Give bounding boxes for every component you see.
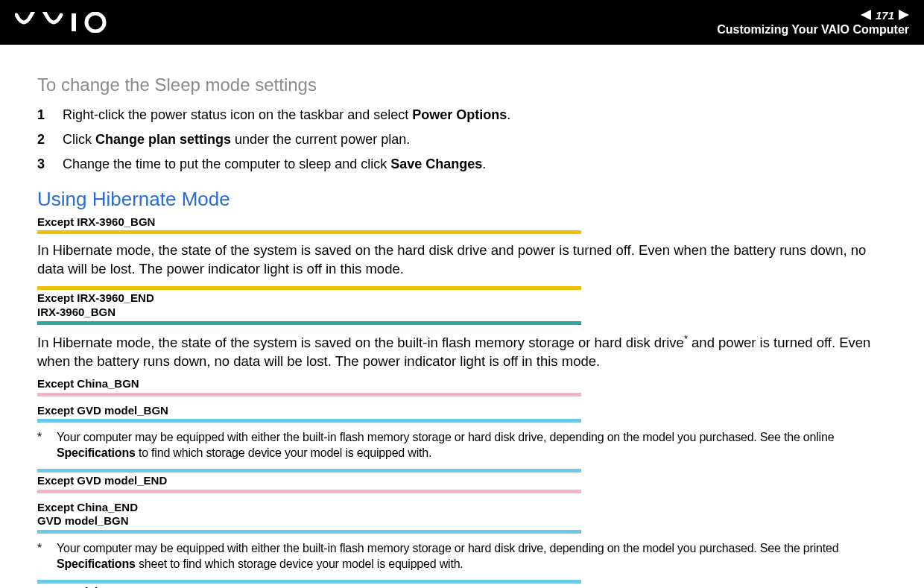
text: to find which storage device your model … bbox=[136, 446, 432, 459]
step-number: 1 bbox=[37, 106, 49, 124]
text: . bbox=[482, 157, 486, 171]
asterisk: * bbox=[37, 541, 46, 572]
step-1: 1 Right-click the power status icon on t… bbox=[37, 106, 894, 124]
footnote-text: Your computer may be equipped with eithe… bbox=[57, 541, 894, 572]
step-2: 2 Click Change plan settings under the c… bbox=[37, 130, 894, 149]
vaio-logo bbox=[15, 12, 112, 33]
page-nav: 171 bbox=[717, 9, 909, 22]
text: IRX-3960_BGN bbox=[37, 306, 116, 318]
nav-next-icon[interactable] bbox=[899, 10, 909, 20]
step-3: 3 Change the time to put the computer to… bbox=[37, 155, 894, 174]
step-text: Right-click the power status icon on the… bbox=[63, 106, 510, 124]
svg-rect-0 bbox=[72, 13, 76, 31]
text: In Hibernate mode, the state of the syst… bbox=[37, 335, 684, 350]
text: GVD model_END bbox=[37, 585, 127, 588]
step-number: 2 bbox=[37, 130, 49, 149]
tag-gvd-bgn: Except GVD model_BGN bbox=[37, 404, 894, 418]
text: under the current power plan. bbox=[231, 132, 410, 147]
rule-cyan bbox=[37, 580, 581, 584]
header-subtitle: Customizing Your VAIO Computer bbox=[717, 23, 909, 37]
svg-point-1 bbox=[86, 13, 104, 31]
rule-yellow bbox=[37, 230, 581, 234]
text: GVD model_BGN bbox=[37, 514, 129, 527]
page-content: To change the Sleep mode settings 1 Righ… bbox=[0, 45, 924, 588]
text: Change the time to put the computer to s… bbox=[63, 157, 390, 171]
text-bold: Power Options bbox=[412, 107, 507, 122]
text: sheet to find which storage device your … bbox=[136, 557, 463, 570]
steps-list: 1 Right-click the power status icon on t… bbox=[37, 106, 894, 174]
text: Except China_END bbox=[37, 501, 138, 513]
tag-gvd-end: Except GVD model_END bbox=[37, 474, 894, 488]
rule-cyan bbox=[37, 419, 581, 423]
text-bold: Specifications bbox=[57, 446, 136, 459]
header-right: 171 Customizing Your VAIO Computer bbox=[717, 9, 909, 37]
tag-china-end: Except China_END GVD model_BGN bbox=[37, 501, 894, 529]
footnote-2: * Your computer may be equipped with eit… bbox=[37, 541, 894, 572]
tag-gvd-model-end: GVD model_END China model_BGN bbox=[37, 585, 894, 588]
tag-irx-end: Except IRX-3960_END IRX-3960_BGN bbox=[37, 291, 894, 320]
rule-cyan bbox=[37, 530, 581, 534]
footnote-text: Your computer may be equipped with eithe… bbox=[57, 430, 894, 461]
text: Except IRX-3960_END bbox=[37, 291, 154, 304]
step-text: Change the time to put the computer to s… bbox=[63, 155, 486, 174]
nav-prev-icon[interactable] bbox=[861, 10, 871, 20]
text: Your computer may be equipped with eithe… bbox=[57, 542, 838, 554]
footnote-1: * Your computer may be equipped with eit… bbox=[37, 430, 894, 461]
header-bar: 171 Customizing Your VAIO Computer bbox=[0, 0, 924, 45]
hibernate-para-2: In Hibernate mode, the state of the syst… bbox=[37, 332, 894, 371]
text-bold: Change plan settings bbox=[95, 132, 231, 147]
rule-jade bbox=[37, 321, 581, 325]
rule-cyan bbox=[37, 469, 581, 472]
asterisk: * bbox=[37, 430, 46, 461]
text: Click bbox=[63, 132, 95, 147]
text-bold: Specifications bbox=[57, 557, 136, 570]
section-hibernate-title: Using Hibernate Mode bbox=[37, 188, 894, 211]
tag-china-bgn: Except China_BGN bbox=[37, 377, 894, 391]
section-sleep-title: To change the Sleep mode settings bbox=[37, 75, 894, 95]
step-text: Click Change plan settings under the cur… bbox=[63, 130, 410, 149]
page-number: 171 bbox=[876, 9, 894, 22]
text: Your computer may be equipped with eithe… bbox=[57, 431, 834, 443]
hibernate-para-1: In Hibernate mode, the state of the syst… bbox=[37, 241, 894, 279]
step-number: 3 bbox=[37, 155, 49, 174]
text-bold: Save Changes bbox=[390, 157, 482, 171]
tag-irx-bgn: Except IRX-3960_BGN bbox=[37, 215, 894, 230]
rule-yellow bbox=[37, 286, 581, 290]
text: . bbox=[507, 107, 510, 122]
text: Right-click the power status icon on the… bbox=[63, 107, 412, 122]
rule-pink bbox=[37, 393, 581, 396]
rule-pink bbox=[37, 490, 581, 493]
